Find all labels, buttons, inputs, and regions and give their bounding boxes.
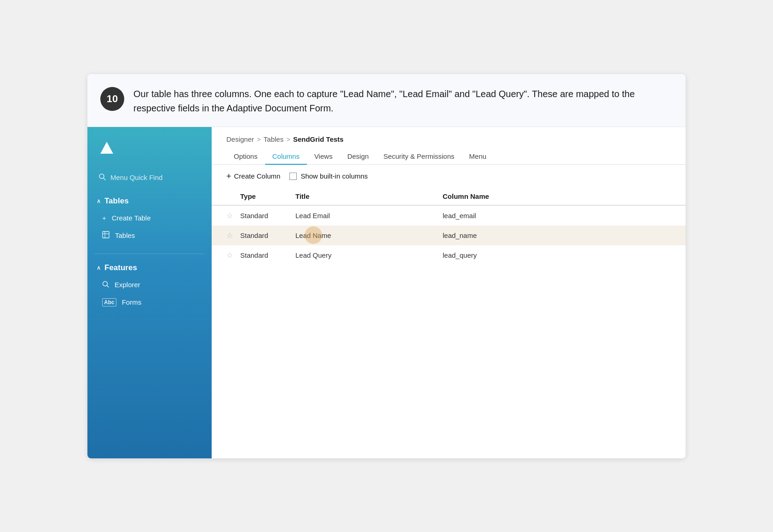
col-header-type: Type [240,188,295,205]
main-content: Menu Quick Find ∧ Tables + Create Table [87,127,686,458]
logo-icon [98,140,115,160]
breadcrumb: Designer > Tables > SendGrid Tests [212,127,686,143]
table-wrapper: Type Title Column Name ☆ Standard Lead E… [212,188,686,458]
breadcrumb-designer[interactable]: Designer [226,135,254,143]
tables-section-header[interactable]: ∧ Tables [87,193,212,209]
tab-security[interactable]: Security & Permissions [376,149,461,165]
star-cell-1[interactable]: ☆ [212,205,240,226]
title-cell-3: Lead Query [295,245,443,265]
sidebar-section-tables: ∧ Tables + Create Table Tables [87,193,212,248]
sidebar-divider [95,254,204,254]
breadcrumb-tables[interactable]: Tables [264,135,283,143]
tab-options[interactable]: Options [226,149,265,165]
chevron-features-icon: ∧ [97,265,101,271]
sidebar-item-create-table[interactable]: + Create Table [87,209,212,226]
tabs-bar: Options Columns Views Design Security & … [212,143,686,165]
column-name-cell-2: lead_name [443,226,686,245]
outer-card: 10 Our table has three columns. One each… [87,74,686,458]
type-cell-1: Standard [240,205,295,226]
create-column-button[interactable]: + Create Column [226,172,280,180]
step-text: Our table has three columns. One each to… [133,87,671,116]
cursor-highlight: Lead Name [295,231,331,239]
column-name-cell-3: lead_query [443,245,686,265]
columns-table: Type Title Column Name ☆ Standard Lead E… [212,188,686,265]
toolbar: + Create Column Show built-in columns [212,165,686,188]
sidebar: Menu Quick Find ∧ Tables + Create Table [87,127,212,458]
breadcrumb-sep-1: > [257,135,261,143]
title-cell-1: Lead Email [295,205,443,226]
search-icon [98,173,106,182]
sidebar-search[interactable]: Menu Quick Find [95,171,204,184]
explorer-icon [102,281,109,289]
table-header-row: Type Title Column Name [212,188,686,205]
create-column-label: Create Column [234,172,281,180]
star-cell-3[interactable]: ☆ [212,245,240,265]
svg-line-3 [104,178,105,180]
star-icon-3[interactable]: ☆ [226,251,233,259]
svg-rect-4 [103,231,109,238]
features-section-header[interactable]: ∧ Features [87,260,212,276]
forms-label: Forms [122,298,142,306]
create-table-label: Create Table [112,214,151,222]
sidebar-item-tables[interactable]: Tables [87,226,212,244]
tables-section-label: Tables [104,197,129,206]
chevron-icon: ∧ [97,198,101,204]
builtin-checkbox[interactable] [289,173,297,180]
table-row: ☆ Standard Lead Email lead_email [212,205,686,226]
show-builtin-label: Show built-in columns [300,172,368,180]
tables-item-label: Tables [115,231,135,239]
col-header-star [212,188,240,205]
svg-point-7 [103,281,108,286]
sidebar-item-forms[interactable]: Abc Forms [87,294,212,311]
table-row: ☆ Standard Lead Name lead_name [212,226,686,245]
sidebar-section-features: ∧ Features Explorer Abc Forms [87,260,212,315]
column-name-cell-1: lead_email [443,205,686,226]
breadcrumb-current: SendGrid Tests [293,135,344,143]
explorer-label: Explorer [115,281,140,289]
col-header-title: Title [295,188,443,205]
tab-design[interactable]: Design [340,149,376,165]
forms-icon: Abc [102,298,116,306]
type-cell-2: Standard [240,226,295,245]
title-cell-2: Lead Name [295,226,443,245]
sidebar-logo [87,127,212,171]
right-panel: Designer > Tables > SendGrid Tests Optio… [212,127,686,458]
show-builtin-toggle[interactable]: Show built-in columns [289,172,368,180]
plus-icon: + [102,214,106,222]
plus-create-icon: + [226,172,231,180]
sidebar-item-explorer[interactable]: Explorer [87,276,212,294]
col-header-column-name: Column Name [443,188,686,205]
star-icon-2[interactable]: ☆ [226,231,233,239]
breadcrumb-sep-2: > [286,135,290,143]
features-section-label: Features [104,263,137,272]
search-label: Menu Quick Find [110,173,162,181]
tab-menu[interactable]: Menu [462,149,494,165]
step-number: 10 [100,87,124,111]
table-row: ☆ Standard Lead Query lead_query [212,245,686,265]
star-cell-2[interactable]: ☆ [212,226,240,245]
step-header: 10 Our table has three columns. One each… [87,74,686,127]
tab-columns[interactable]: Columns [265,149,307,165]
svg-line-8 [107,285,109,287]
star-icon-1[interactable]: ☆ [226,212,233,220]
type-cell-3: Standard [240,245,295,265]
tab-views[interactable]: Views [307,149,340,165]
table-icon [102,231,110,240]
